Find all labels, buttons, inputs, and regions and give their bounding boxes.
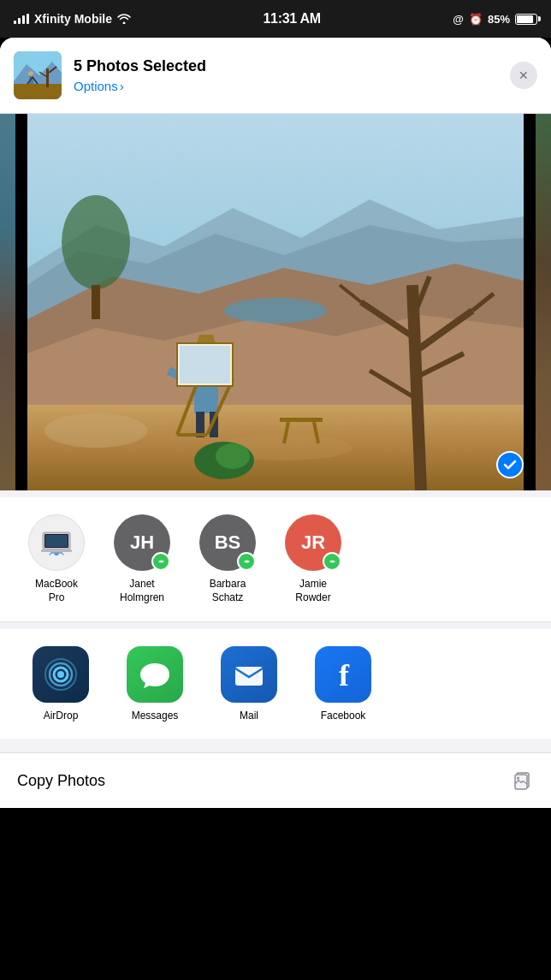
app-mail[interactable]: Mail <box>202 646 296 722</box>
section-gap-1 <box>0 490 551 497</box>
status-left: Xfinity Mobile <box>14 12 131 26</box>
at-icon: @ <box>453 13 464 26</box>
svg-rect-3 <box>46 68 49 87</box>
time-display: 11:31 AM <box>264 11 321 27</box>
janet-message-badge <box>151 552 170 571</box>
facebook-icon: f <box>315 646 371 703</box>
share-sheet: 5 Photos Selected Options › ✕ <box>0 38 551 808</box>
svg-text:f: f <box>339 658 350 692</box>
svg-point-16 <box>44 413 147 448</box>
person-janet[interactable]: JH JanetHolmgren <box>99 514 185 604</box>
app-airdrop[interactable]: AirDrop <box>14 646 108 722</box>
battery-icon <box>515 14 537 25</box>
carrier-label: Xfinity Mobile <box>34 12 112 26</box>
svg-rect-43 <box>280 418 323 422</box>
section-gap-3 <box>0 739 551 745</box>
svg-rect-2 <box>14 84 62 99</box>
share-header: 5 Photos Selected Options › ✕ <box>0 38 551 114</box>
jamie-avatar: JR <box>285 514 341 571</box>
share-title: 5 Photos Selected <box>74 57 498 75</box>
janet-name: JanetHolmgren <box>120 578 164 604</box>
svg-point-42 <box>216 443 250 469</box>
svg-rect-27 <box>92 285 100 319</box>
section-gap-2 <box>0 622 551 629</box>
svg-rect-51 <box>41 549 72 552</box>
svg-rect-52 <box>51 552 62 554</box>
barbara-message-badge <box>237 552 256 571</box>
svg-rect-49 <box>45 535 68 547</box>
signal-icon <box>14 14 29 24</box>
person-barbara[interactable]: BS BarbaraSchatz <box>185 514 270 604</box>
barbara-avatar: BS <box>199 514 256 571</box>
barbara-initials: BS <box>215 532 241 554</box>
svg-point-59 <box>57 671 64 678</box>
app-facebook[interactable]: f Facebook <box>296 646 390 722</box>
messages-label: Messages <box>132 710 179 722</box>
barbara-name: BarbaraSchatz <box>210 578 246 604</box>
wifi-icon <box>117 14 131 24</box>
facebook-label: Facebook <box>321 710 366 722</box>
jamie-name: JamieRowder <box>295 578 330 604</box>
app-messages[interactable]: Messages <box>108 646 202 722</box>
janet-avatar: JH <box>114 514 170 571</box>
photo-strip <box>0 114 551 490</box>
jamie-initials: JR <box>301 532 325 554</box>
messages-icon <box>127 646 183 703</box>
person-macbook[interactable]: MacBookPro <box>14 514 99 604</box>
airdrop-label: AirDrop <box>44 710 79 722</box>
status-bar: Xfinity Mobile 11:31 AM @ ⏰ 85% <box>0 0 551 38</box>
airdrop-icon <box>33 646 89 703</box>
copy-photos-icon <box>510 769 534 793</box>
janet-initials: JH <box>130 532 154 554</box>
app-row: AirDrop Messages Mail <box>0 629 551 739</box>
close-button[interactable]: ✕ <box>510 62 537 89</box>
photo-left-edge[interactable] <box>0 114 15 490</box>
photo-checkmark <box>496 451 524 478</box>
svg-point-46 <box>224 298 327 324</box>
svg-point-64 <box>517 777 519 780</box>
photo-right-edge[interactable] <box>536 114 551 490</box>
mail-label: Mail <box>240 710 258 722</box>
battery-percent: 85% <box>488 13 510 26</box>
jamie-message-badge <box>323 552 341 571</box>
options-button[interactable]: Options › <box>74 79 498 93</box>
svg-point-7 <box>28 71 33 76</box>
copy-photos-label: Copy Photos <box>17 772 105 790</box>
macbook-svg <box>38 524 75 561</box>
mail-icon <box>221 646 277 703</box>
copy-photos-row[interactable]: Copy Photos <box>0 752 551 808</box>
photo-main[interactable] <box>15 114 536 490</box>
share-title-area: 5 Photos Selected Options › <box>74 57 498 93</box>
macbook-avatar <box>28 514 85 571</box>
person-jamie[interactable]: JR JamieRowder <box>270 514 356 604</box>
svg-rect-40 <box>180 346 230 383</box>
alarm-icon: ⏰ <box>469 13 483 26</box>
svg-point-26 <box>62 195 130 289</box>
macbook-name: MacBookPro <box>35 578 78 604</box>
share-thumbnail <box>14 51 62 99</box>
status-right: @ ⏰ 85% <box>453 13 537 26</box>
people-row: MacBookPro JH JanetHolmgren BS <box>0 497 551 622</box>
